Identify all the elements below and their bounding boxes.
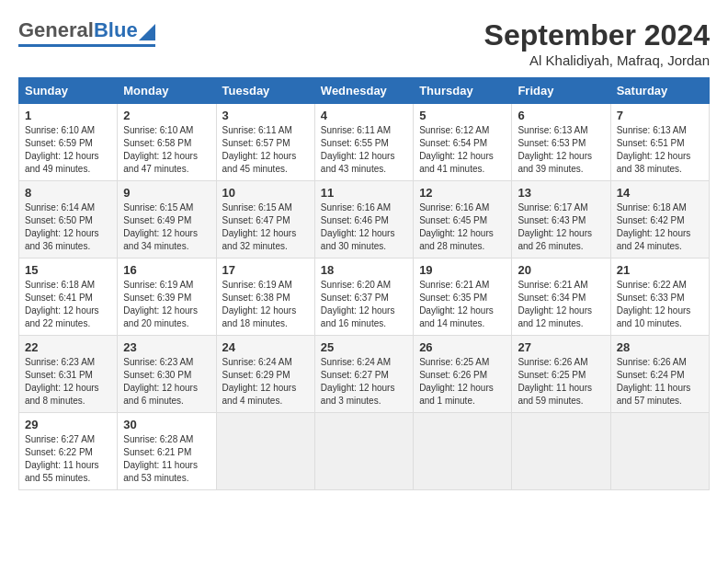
day-info: Sunrise: 6:28 AM Sunset: 6:21 PM Dayligh… — [123, 433, 210, 485]
calendar-cell: 1Sunrise: 6:10 AM Sunset: 6:59 PM Daylig… — [19, 104, 118, 181]
day-info: Sunrise: 6:13 AM Sunset: 6:53 PM Dayligh… — [518, 124, 604, 176]
calendar-cell: 17Sunrise: 6:19 AM Sunset: 6:38 PM Dayli… — [216, 259, 314, 336]
calendar-header-tuesday: Tuesday — [216, 78, 314, 104]
day-info: Sunrise: 6:22 AM Sunset: 6:33 PM Dayligh… — [617, 279, 703, 330]
day-info: Sunrise: 6:12 AM Sunset: 6:54 PM Dayligh… — [419, 124, 506, 176]
day-info: Sunrise: 6:18 AM Sunset: 6:41 PM Dayligh… — [25, 279, 111, 330]
calendar-cell: 13Sunrise: 6:17 AM Sunset: 6:43 PM Dayli… — [512, 181, 610, 259]
day-number: 20 — [518, 263, 604, 277]
calendar-cell: 28Sunrise: 6:26 AM Sunset: 6:24 PM Dayli… — [610, 336, 709, 413]
calendar-cell: 5Sunrise: 6:12 AM Sunset: 6:54 PM Daylig… — [414, 104, 512, 181]
day-info: Sunrise: 6:19 AM Sunset: 6:39 PM Dayligh… — [123, 279, 210, 330]
day-info: Sunrise: 6:24 AM Sunset: 6:29 PM Dayligh… — [222, 356, 309, 408]
day-number: 4 — [321, 109, 407, 122]
day-number: 25 — [321, 340, 407, 354]
day-number: 12 — [419, 186, 506, 200]
day-info: Sunrise: 6:20 AM Sunset: 6:37 PM Dayligh… — [321, 279, 407, 330]
calendar-header-wednesday: Wednesday — [314, 78, 413, 104]
logo-arrow-icon — [139, 24, 155, 40]
day-number: 13 — [518, 186, 604, 200]
calendar-cell: 18Sunrise: 6:20 AM Sunset: 6:37 PM Dayli… — [314, 259, 413, 336]
logo-blue: Blue — [94, 18, 138, 42]
day-info: Sunrise: 6:19 AM Sunset: 6:38 PM Dayligh… — [222, 279, 309, 330]
calendar-cell: 4Sunrise: 6:11 AM Sunset: 6:55 PM Daylig… — [314, 104, 413, 181]
day-info: Sunrise: 6:11 AM Sunset: 6:57 PM Dayligh… — [222, 124, 309, 176]
title-block: September 2024 Al Khalidiyah, Mafraq, Jo… — [484, 18, 710, 68]
day-info: Sunrise: 6:15 AM Sunset: 6:49 PM Dayligh… — [123, 201, 210, 253]
page-title: September 2024 — [484, 18, 710, 52]
day-info: Sunrise: 6:27 AM Sunset: 6:22 PM Dayligh… — [25, 433, 111, 485]
calendar-header-sunday: Sunday — [19, 78, 118, 104]
day-number: 6 — [518, 109, 604, 122]
day-number: 8 — [25, 186, 111, 200]
calendar-cell: 15Sunrise: 6:18 AM Sunset: 6:41 PM Dayli… — [19, 259, 118, 336]
calendar-cell: 26Sunrise: 6:25 AM Sunset: 6:26 PM Dayli… — [414, 336, 512, 413]
calendar-cell: 27Sunrise: 6:26 AM Sunset: 6:25 PM Dayli… — [512, 336, 610, 413]
calendar-cell — [314, 413, 413, 490]
day-info: Sunrise: 6:25 AM Sunset: 6:26 PM Dayligh… — [419, 356, 506, 408]
day-info: Sunrise: 6:23 AM Sunset: 6:31 PM Dayligh… — [25, 356, 111, 408]
day-info: Sunrise: 6:26 AM Sunset: 6:25 PM Dayligh… — [518, 356, 604, 408]
day-number: 3 — [222, 109, 309, 122]
day-number: 18 — [321, 263, 407, 277]
calendar-cell: 25Sunrise: 6:24 AM Sunset: 6:27 PM Dayli… — [314, 336, 413, 413]
calendar-cell: 7Sunrise: 6:13 AM Sunset: 6:51 PM Daylig… — [610, 104, 709, 181]
day-number: 14 — [617, 186, 703, 200]
day-number: 19 — [419, 263, 506, 277]
day-number: 16 — [123, 263, 210, 277]
calendar-header-row: SundayMondayTuesdayWednesdayThursdayFrid… — [19, 78, 710, 104]
calendar-table: SundayMondayTuesdayWednesdayThursdayFrid… — [18, 77, 710, 490]
calendar-week-5: 29Sunrise: 6:27 AM Sunset: 6:22 PM Dayli… — [19, 413, 710, 490]
calendar-cell: 11Sunrise: 6:16 AM Sunset: 6:46 PM Dayli… — [314, 181, 413, 259]
day-info: Sunrise: 6:23 AM Sunset: 6:30 PM Dayligh… — [123, 356, 210, 408]
page-subtitle: Al Khalidiyah, Mafraq, Jordan — [484, 52, 710, 68]
logo: General Blue — [18, 18, 155, 47]
day-number: 15 — [25, 263, 111, 277]
day-number: 30 — [123, 418, 210, 431]
day-number: 22 — [25, 340, 111, 354]
calendar-cell: 2Sunrise: 6:10 AM Sunset: 6:58 PM Daylig… — [118, 104, 216, 181]
calendar-header-thursday: Thursday — [414, 78, 512, 104]
calendar-cell — [512, 413, 610, 490]
day-info: Sunrise: 6:10 AM Sunset: 6:59 PM Dayligh… — [25, 124, 111, 176]
day-number: 23 — [123, 340, 210, 354]
calendar-cell: 16Sunrise: 6:19 AM Sunset: 6:39 PM Dayli… — [118, 259, 216, 336]
day-info: Sunrise: 6:24 AM Sunset: 6:27 PM Dayligh… — [321, 356, 407, 408]
calendar-cell: 20Sunrise: 6:21 AM Sunset: 6:34 PM Dayli… — [512, 259, 610, 336]
day-number: 2 — [123, 109, 210, 122]
calendar-cell: 23Sunrise: 6:23 AM Sunset: 6:30 PM Dayli… — [118, 336, 216, 413]
calendar-cell: 14Sunrise: 6:18 AM Sunset: 6:42 PM Dayli… — [610, 181, 709, 259]
calendar-week-3: 15Sunrise: 6:18 AM Sunset: 6:41 PM Dayli… — [19, 259, 710, 336]
calendar-cell — [610, 413, 709, 490]
day-number: 28 — [617, 340, 703, 354]
day-info: Sunrise: 6:13 AM Sunset: 6:51 PM Dayligh… — [617, 124, 703, 176]
calendar-cell: 6Sunrise: 6:13 AM Sunset: 6:53 PM Daylig… — [512, 104, 610, 181]
calendar-header-saturday: Saturday — [610, 78, 709, 104]
logo-general: General — [18, 18, 94, 42]
day-info: Sunrise: 6:21 AM Sunset: 6:35 PM Dayligh… — [419, 279, 506, 330]
day-number: 27 — [518, 340, 604, 354]
day-info: Sunrise: 6:17 AM Sunset: 6:43 PM Dayligh… — [518, 201, 604, 253]
calendar-cell: 10Sunrise: 6:15 AM Sunset: 6:47 PM Dayli… — [216, 181, 314, 259]
calendar-cell — [414, 413, 512, 490]
day-number: 24 — [222, 340, 309, 354]
day-info: Sunrise: 6:21 AM Sunset: 6:34 PM Dayligh… — [518, 279, 604, 330]
day-number: 1 — [25, 109, 111, 122]
day-number: 17 — [222, 263, 309, 277]
calendar-week-2: 8Sunrise: 6:14 AM Sunset: 6:50 PM Daylig… — [19, 181, 710, 259]
day-info: Sunrise: 6:11 AM Sunset: 6:55 PM Dayligh… — [321, 124, 407, 176]
calendar-header-monday: Monday — [118, 78, 216, 104]
calendar-week-4: 22Sunrise: 6:23 AM Sunset: 6:31 PM Dayli… — [19, 336, 710, 413]
header: General Blue September 2024 Al Khalidiya… — [18, 18, 710, 68]
day-number: 29 — [25, 418, 111, 431]
calendar-cell: 9Sunrise: 6:15 AM Sunset: 6:49 PM Daylig… — [118, 181, 216, 259]
day-info: Sunrise: 6:16 AM Sunset: 6:45 PM Dayligh… — [419, 201, 506, 253]
calendar-cell: 21Sunrise: 6:22 AM Sunset: 6:33 PM Dayli… — [610, 259, 709, 336]
day-info: Sunrise: 6:18 AM Sunset: 6:42 PM Dayligh… — [617, 201, 703, 253]
day-info: Sunrise: 6:15 AM Sunset: 6:47 PM Dayligh… — [222, 201, 309, 253]
calendar-cell: 8Sunrise: 6:14 AM Sunset: 6:50 PM Daylig… — [19, 181, 118, 259]
calendar-cell: 12Sunrise: 6:16 AM Sunset: 6:45 PM Dayli… — [414, 181, 512, 259]
calendar-cell — [216, 413, 314, 490]
day-number: 9 — [123, 186, 210, 200]
day-number: 7 — [617, 109, 703, 122]
